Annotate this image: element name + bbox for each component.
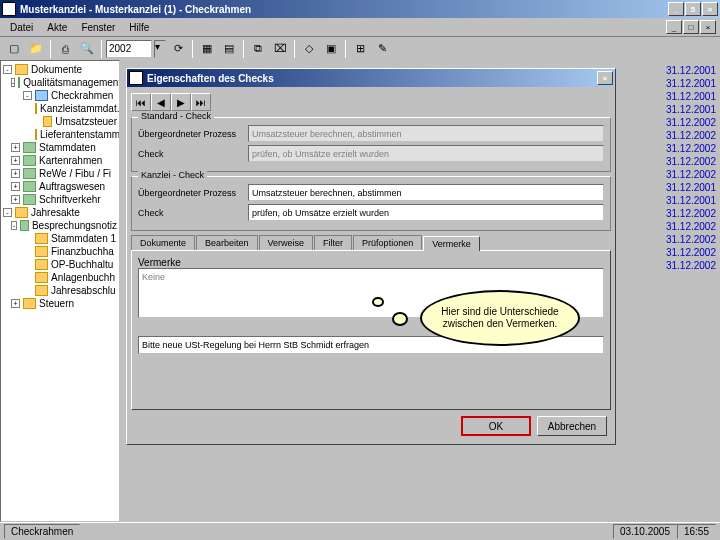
status-time: 16:55: [677, 524, 716, 539]
tree-label: Stammdaten 1: [51, 233, 116, 244]
tree-item[interactable]: Jahresabschlu: [23, 284, 117, 297]
tree-toggle-icon[interactable]: +: [11, 169, 20, 178]
menu-hilfe[interactable]: Hilfe: [123, 20, 155, 35]
close-button[interactable]: ×: [702, 2, 718, 16]
first-icon[interactable]: ⏮: [131, 93, 151, 111]
tab-vermerke[interactable]: Vermerke: [423, 236, 480, 251]
toolbar: ▢ 📁 ⎙ 🔍 ▾ ⟳ ▦ ▤ ⧉ ⌧ ◇ ▣ ⊞ ✎: [0, 36, 720, 60]
folder-icon: [35, 285, 48, 296]
tree-item[interactable]: -Checkrahmen: [23, 89, 117, 102]
tree-item[interactable]: +Kartenrahmen: [11, 154, 117, 167]
folder-icon: [23, 181, 36, 192]
tree-toggle-icon[interactable]: -: [23, 91, 32, 100]
status-left: Checkrahmen: [4, 524, 80, 539]
tab-pruefoptionen[interactable]: Prüfoptionen: [353, 235, 422, 250]
tree-item[interactable]: Kanzleistammdat.: [35, 102, 117, 115]
tb-f-icon[interactable]: ▣: [321, 39, 341, 59]
tree-item[interactable]: +ReWe / Fibu / Fi: [11, 167, 117, 180]
folder-icon: [23, 168, 36, 179]
parent-process-input: [248, 125, 604, 142]
tb-h-icon[interactable]: ✎: [372, 39, 392, 59]
status-date: 03.10.2005: [613, 524, 677, 539]
tb-a-icon[interactable]: ▦: [197, 39, 217, 59]
year-input[interactable]: [106, 40, 152, 58]
tb-c-icon[interactable]: ⧉: [248, 39, 268, 59]
tab-dokumente[interactable]: Dokumente: [131, 235, 195, 250]
tree-item[interactable]: Anlagenbuchh: [23, 271, 117, 284]
date-value: 31.12.2002: [646, 129, 716, 142]
tree-label: Qualitätsmanagement: [23, 77, 120, 88]
tree-toggle-icon[interactable]: +: [11, 195, 20, 204]
menu-fenster[interactable]: Fenster: [75, 20, 121, 35]
tree-label: Jahresakte: [31, 207, 80, 218]
tree-label: Lieferantenstamm: [40, 129, 120, 140]
dialog-titlebar[interactable]: Eigenschaften des Checks ×: [127, 69, 615, 87]
new-icon[interactable]: ▢: [4, 39, 24, 59]
last-icon[interactable]: ⏭: [191, 93, 211, 111]
date-value: 31.12.2001: [646, 90, 716, 103]
tab-filter[interactable]: Filter: [314, 235, 352, 250]
next-icon[interactable]: ▶: [171, 93, 191, 111]
tb-d-icon[interactable]: ⌧: [270, 39, 290, 59]
date-value: 31.12.2002: [646, 155, 716, 168]
folder-icon: [23, 298, 36, 309]
tab-bearbeiten[interactable]: Bearbeiten: [196, 235, 258, 250]
folder-icon: [35, 103, 37, 114]
mdi-maximize-button[interactable]: □: [683, 20, 699, 34]
dialog-title: Eigenschaften des Checks: [147, 73, 597, 84]
folder-icon: [20, 220, 29, 231]
tree-toggle-icon[interactable]: +: [11, 299, 20, 308]
tree-toggle-icon[interactable]: +: [11, 143, 20, 152]
tree-root[interactable]: - Dokumente: [3, 63, 117, 76]
parent-process-input[interactable]: [248, 184, 604, 201]
mdi-minimize-button[interactable]: _: [666, 20, 682, 34]
group-label: Kanzlei - Check: [138, 170, 207, 180]
app-title: Musterkanzlei - Musterkanzlei (1) - Chec…: [20, 4, 668, 15]
maximize-button[interactable]: 5: [685, 2, 701, 16]
year-dropdown[interactable]: ▾: [154, 40, 166, 58]
tree-item[interactable]: +Steuern: [11, 297, 117, 310]
date-value: 31.12.2001: [646, 181, 716, 194]
tree-toggle-icon[interactable]: -: [11, 78, 15, 87]
cancel-button[interactable]: Abbrechen: [537, 416, 607, 436]
open-icon[interactable]: 📁: [26, 39, 46, 59]
preview-icon[interactable]: 🔍: [77, 39, 97, 59]
refresh-icon[interactable]: ⟳: [168, 39, 188, 59]
tree-toggle-icon[interactable]: +: [11, 182, 20, 191]
tree-item[interactable]: +Auftragswesen: [11, 180, 117, 193]
tree-label: Jahresabschlu: [51, 285, 115, 296]
print-icon[interactable]: ⎙: [55, 39, 75, 59]
mdi-close-button[interactable]: ×: [700, 20, 716, 34]
tb-g-icon[interactable]: ⊞: [350, 39, 370, 59]
tb-e-icon[interactable]: ◇: [299, 39, 319, 59]
tree-toggle-icon[interactable]: +: [11, 156, 20, 165]
tree-item[interactable]: Umsatzsteuer: [35, 115, 117, 128]
tree-toggle-icon[interactable]: -: [3, 208, 12, 217]
ok-button[interactable]: OK: [461, 416, 531, 436]
tree-item[interactable]: Stammdaten 1: [23, 232, 117, 245]
menu-akte[interactable]: Akte: [41, 20, 73, 35]
tree-item[interactable]: -Qualitätsmanagement: [11, 76, 117, 89]
tree-toggle-icon[interactable]: -: [11, 221, 17, 230]
date-value: 31.12.2002: [646, 142, 716, 155]
tree-item[interactable]: OP-Buchhaltu: [23, 258, 117, 271]
prev-icon[interactable]: ◀: [151, 93, 171, 111]
dialog-icon: [129, 71, 143, 85]
tab-verweise[interactable]: Verweise: [259, 235, 314, 250]
check-input[interactable]: [248, 204, 604, 221]
tree-toggle-icon[interactable]: -: [3, 65, 12, 74]
tree-item[interactable]: -Besprechungsnotiz: [11, 219, 117, 232]
dialog-close-button[interactable]: ×: [597, 71, 613, 85]
tree-item[interactable]: +Schriftverkehr: [11, 193, 117, 206]
tree-item[interactable]: -Jahresakte: [3, 206, 117, 219]
date-value: 31.12.2002: [646, 220, 716, 233]
callout-text: Hier sind die Unterschiede zwischen den …: [420, 290, 580, 346]
menu-datei[interactable]: Datei: [4, 20, 39, 35]
folder-icon: [35, 259, 48, 270]
check-input: [248, 145, 604, 162]
tree-item[interactable]: Finanzbuchha: [23, 245, 117, 258]
minimize-button[interactable]: _: [668, 2, 684, 16]
tree-item[interactable]: Lieferantenstamm: [35, 128, 117, 141]
tb-b-icon[interactable]: ▤: [219, 39, 239, 59]
tree-item[interactable]: +Stammdaten: [11, 141, 117, 154]
